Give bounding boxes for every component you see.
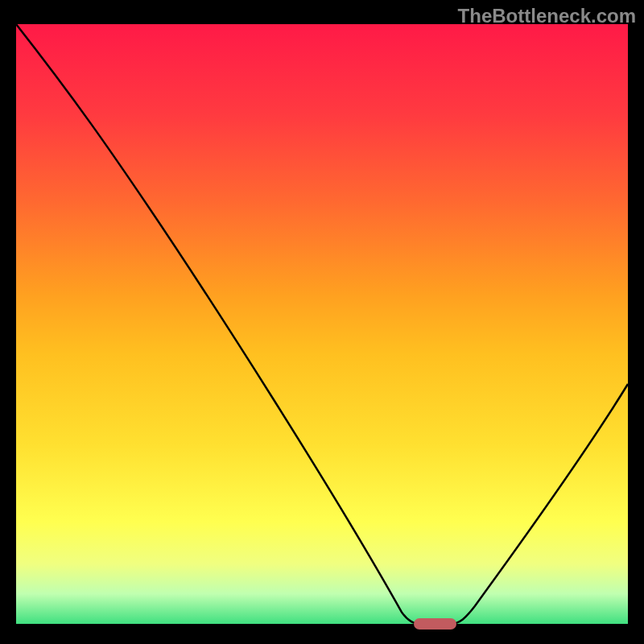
- optimal-marker: [414, 618, 456, 630]
- chart-curve-svg: [16, 24, 628, 624]
- curve-path: [16, 24, 628, 624]
- watermark-text: TheBottleneck.com: [458, 5, 636, 27]
